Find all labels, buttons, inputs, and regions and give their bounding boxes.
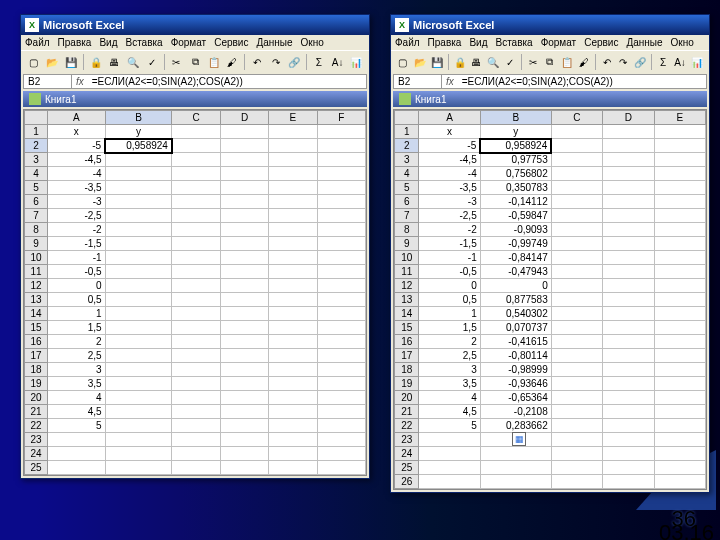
cell-A16[interactable]: 2: [48, 335, 106, 349]
fx-icon[interactable]: fx: [442, 76, 458, 87]
menu-правка[interactable]: Правка: [58, 37, 92, 48]
cell-B4[interactable]: [105, 167, 172, 181]
cell-D15[interactable]: [603, 321, 654, 335]
cell-B11[interactable]: [105, 265, 172, 279]
cell-D24[interactable]: [220, 447, 268, 461]
cell-A17[interactable]: 2,5: [419, 349, 480, 363]
cell-C9[interactable]: [172, 237, 220, 251]
row-header[interactable]: 2: [25, 139, 48, 153]
cell-B24[interactable]: [480, 447, 551, 461]
cell-D6[interactable]: [220, 195, 268, 209]
cell-C1[interactable]: [551, 125, 602, 139]
cell-D12[interactable]: [220, 279, 268, 293]
cell-A17[interactable]: 2,5: [48, 349, 106, 363]
cell-B16[interactable]: -0,41615: [480, 335, 551, 349]
cell-E10[interactable]: [269, 251, 317, 265]
perm-icon[interactable]: 🔒: [87, 53, 105, 71]
cell-A23[interactable]: [48, 433, 106, 447]
row-header[interactable]: 13: [25, 293, 48, 307]
cell-E23[interactable]: [269, 433, 317, 447]
titlebar[interactable]: X Microsoft Excel: [391, 15, 709, 35]
cell-D17[interactable]: [603, 349, 654, 363]
cell-E24[interactable]: [654, 447, 705, 461]
perm-icon[interactable]: 🔒: [452, 53, 468, 71]
cell-B9[interactable]: -0,99749: [480, 237, 551, 251]
cell-E1[interactable]: [654, 125, 705, 139]
cell-B6[interactable]: [105, 195, 172, 209]
cell-A15[interactable]: 1,5: [419, 321, 480, 335]
cell-D17[interactable]: [220, 349, 268, 363]
cell-D14[interactable]: [603, 307, 654, 321]
cell-B1[interactable]: y: [480, 125, 551, 139]
cell-F4[interactable]: [317, 167, 365, 181]
cell-F3[interactable]: [317, 153, 365, 167]
row-header[interactable]: 15: [395, 321, 419, 335]
cell-A19[interactable]: 3,5: [419, 377, 480, 391]
col-header-D[interactable]: D: [220, 111, 268, 125]
cell-B14[interactable]: 0,540302: [480, 307, 551, 321]
cell-E12[interactable]: [654, 279, 705, 293]
cell-D24[interactable]: [603, 447, 654, 461]
cell-E18[interactable]: [269, 363, 317, 377]
cell-C17[interactable]: [172, 349, 220, 363]
open-icon[interactable]: 📂: [412, 53, 428, 71]
row-header[interactable]: 24: [395, 447, 419, 461]
cell-C21[interactable]: [172, 405, 220, 419]
row-header[interactable]: 25: [25, 461, 48, 475]
row-header[interactable]: 8: [25, 223, 48, 237]
spell-icon[interactable]: ✓: [143, 53, 161, 71]
cell-C24[interactable]: [172, 447, 220, 461]
col-header-A[interactable]: A: [419, 111, 480, 125]
cell-D2[interactable]: [603, 139, 654, 153]
cell-F19[interactable]: [317, 377, 365, 391]
cell-C26[interactable]: [551, 475, 602, 489]
cell-F8[interactable]: [317, 223, 365, 237]
row-header[interactable]: 24: [25, 447, 48, 461]
cell-C25[interactable]: [551, 461, 602, 475]
cell-C13[interactable]: [172, 293, 220, 307]
cell-F20[interactable]: [317, 391, 365, 405]
row-header[interactable]: 22: [25, 419, 48, 433]
formula-input[interactable]: =ЕСЛИ(A2<=0;SIN(A2);COS(A2)): [88, 75, 366, 88]
cell-E17[interactable]: [269, 349, 317, 363]
cell-D3[interactable]: [220, 153, 268, 167]
cell-E21[interactable]: [269, 405, 317, 419]
spreadsheet-grid[interactable]: ABCDE1xy2-50,9589243-4,50,977534-40,7568…: [393, 109, 707, 490]
cell-D16[interactable]: [220, 335, 268, 349]
cell-D23[interactable]: [220, 433, 268, 447]
cell-C3[interactable]: [551, 153, 602, 167]
sort-icon[interactable]: A↓: [329, 53, 347, 71]
cell-A10[interactable]: -1: [419, 251, 480, 265]
cell-B20[interactable]: [105, 391, 172, 405]
preview-icon[interactable]: 🔍: [124, 53, 142, 71]
cell-D18[interactable]: [603, 363, 654, 377]
cell-C17[interactable]: [551, 349, 602, 363]
cell-D20[interactable]: [220, 391, 268, 405]
menu-окно[interactable]: Окно: [671, 37, 694, 48]
cell-B16[interactable]: [105, 335, 172, 349]
row-header[interactable]: 11: [25, 265, 48, 279]
cell-D6[interactable]: [603, 195, 654, 209]
cell-A20[interactable]: 4: [419, 391, 480, 405]
cell-C5[interactable]: [172, 181, 220, 195]
cell-D7[interactable]: [603, 209, 654, 223]
cell-E21[interactable]: [654, 405, 705, 419]
cell-A21[interactable]: 4,5: [48, 405, 106, 419]
cell-C13[interactable]: [551, 293, 602, 307]
cell-C4[interactable]: [551, 167, 602, 181]
cell-E6[interactable]: [269, 195, 317, 209]
cell-D13[interactable]: [220, 293, 268, 307]
cell-F11[interactable]: [317, 265, 365, 279]
cell-C14[interactable]: [551, 307, 602, 321]
menu-правка[interactable]: Правка: [428, 37, 462, 48]
cell-B3[interactable]: [105, 153, 172, 167]
cell-B19[interactable]: -0,93646: [480, 377, 551, 391]
cell-A24[interactable]: [419, 447, 480, 461]
cell-F22[interactable]: [317, 419, 365, 433]
col-header-E[interactable]: E: [269, 111, 317, 125]
cell-E19[interactable]: [654, 377, 705, 391]
formula-bar[interactable]: B2 fx =ЕСЛИ(A2<=0;SIN(A2);COS(A2)): [23, 74, 367, 89]
row-header[interactable]: 6: [25, 195, 48, 209]
cell-B8[interactable]: [105, 223, 172, 237]
titlebar[interactable]: X Microsoft Excel: [21, 15, 369, 35]
